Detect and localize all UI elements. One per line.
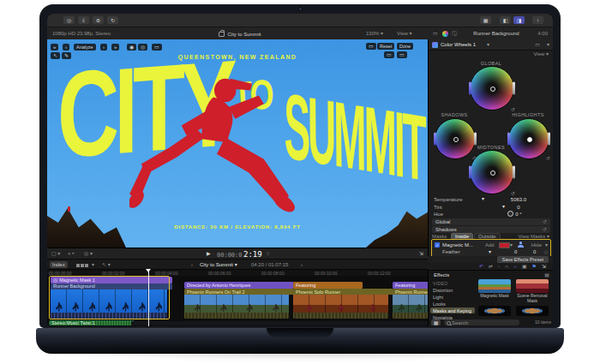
overlay-menu-button[interactable]: ▭ <box>366 43 376 50</box>
color-wheels-header[interactable]: Color Wheels 1 ▾ ▭ ▾ <box>429 39 553 51</box>
solo-icon[interactable]: ▫ <box>498 264 500 269</box>
collapsed-audio-lane[interactable] <box>131 321 428 325</box>
clip-trail3-label[interactable]: Phoenix Runners On Trail 3 <box>393 289 428 295</box>
fullscreen-icon[interactable]: ⇲ <box>542 264 546 269</box>
clip-appearance-icons[interactable] <box>76 263 89 268</box>
grid-view-icon[interactable]: ▤ <box>544 272 549 277</box>
reset-icon[interactable]: ↺ <box>543 227 547 232</box>
effects-category-masks-keying[interactable]: Masks and Keying <box>430 307 475 313</box>
settings-button[interactable]: ⚙ <box>93 16 104 24</box>
effect-thumb-scene-removal[interactable] <box>516 279 549 293</box>
compare-icon[interactable]: ▭ <box>535 42 540 47</box>
person-icon[interactable] <box>518 242 524 248</box>
wheel-puck[interactable] <box>453 137 459 142</box>
chevron-left-icon[interactable]: ‹ <box>191 262 193 267</box>
tool-menu-3[interactable]: ◎ ▾ <box>84 251 93 256</box>
effect-thumb-oval-mask[interactable] <box>478 306 511 316</box>
reset-icon[interactable]: ↺ <box>543 219 547 224</box>
color-inspector-tab[interactable] <box>442 31 448 37</box>
pointer-tool-menu[interactable]: ↖ ▾ <box>102 262 111 267</box>
wheel-brightness-handle[interactable] <box>469 166 471 179</box>
snapping-icon[interactable]: − <box>513 264 517 269</box>
clip-solo-audio[interactable] <box>293 313 388 319</box>
wheel-saturation-hand[interactable] <box>513 166 515 179</box>
effects-category-distortion[interactable]: Distortion <box>430 287 475 293</box>
clip-trail2-audio[interactable] <box>184 313 289 319</box>
background-tasks-button[interactable]: ↻ <box>107 16 118 24</box>
mask-mode-button[interactable]: ◉ <box>127 44 136 51</box>
skip-forward-button[interactable]: » <box>111 44 119 51</box>
undo-icon[interactable]: ↶ <box>479 264 483 269</box>
wheel-puck[interactable] <box>490 170 495 176</box>
clip-trail2-label[interactable]: Phoenix Runners On Trail 2 <box>184 289 294 295</box>
info-inspector-tab[interactable]: ⓘ <box>452 31 457 36</box>
viewer[interactable]: QUEENSTOWN, NEW ZEALAND CITY TO SUMMIT <box>47 39 428 248</box>
inspector-toggle-button[interactable]: ◨ <box>513 16 525 24</box>
highlights-color-wheel[interactable]: ↺ <box>508 118 549 159</box>
reset-button[interactable]: Reset <box>377 43 394 50</box>
overlay-small-button-2[interactable]: ▭ <box>397 51 407 58</box>
monitor-icon[interactable]: ▣ <box>522 264 527 269</box>
tool-menu-1[interactable]: ▢ ▾ <box>51 251 60 256</box>
feather-value[interactable]: 0 <box>514 249 517 254</box>
wheel-saturation-handle[interactable] <box>548 133 550 146</box>
wheels-view-menu[interactable]: View ▾ <box>533 51 549 57</box>
temperature-slider[interactable]: Temperature ▾ 5063.0 <box>434 196 550 203</box>
wheel-puck[interactable] <box>490 87 495 92</box>
select-tool-button[interactable]: ↖ <box>51 52 60 59</box>
timeline-toggle-button[interactable]: ◧ <box>500 16 511 24</box>
magnetic-mask-row[interactable]: ✓ Magnetic M... Add ▾ Hide ▾ Feather ▾ 0… <box>431 239 551 258</box>
effects-sidebar-toggle[interactable]: ▦ <box>431 319 441 325</box>
chevron-down-icon[interactable]: ▾ <box>547 42 549 47</box>
viewer-view-menu[interactable]: View ▾ <box>397 31 412 36</box>
timeline-project-menu[interactable]: City to Summit ▾ <box>200 262 237 267</box>
clip-solo-filmstrip[interactable] <box>293 295 388 313</box>
expand-viewer-button[interactable]: ⇲ <box>419 251 423 256</box>
keyframe-diamond-icon[interactable]: ◇ <box>543 249 548 254</box>
global-color-wheel[interactable]: ↺ <box>470 66 514 110</box>
overlay-option-button[interactable]: ▭ <box>152 44 162 51</box>
tint-slider[interactable]: Tint ▾ 0 <box>434 204 550 211</box>
capture-button[interactable]: ◎ <box>63 16 75 24</box>
hue-value[interactable]: 0 ° <box>499 212 538 217</box>
wheel-saturation-handle[interactable] <box>513 82 515 95</box>
wheel-saturation-handle[interactable] <box>474 133 477 146</box>
mask-outline-button[interactable]: ◎ <box>138 44 147 51</box>
wheel-brightness-handle[interactable] <box>434 133 436 146</box>
hue-dial[interactable]: Hue 0 ° <box>434 211 550 218</box>
mask-hide-menu[interactable]: Hide <box>531 242 542 248</box>
video-inspector-tab[interactable]: ▭ <box>433 31 438 36</box>
reset-icon[interactable]: ↺ <box>546 156 550 161</box>
clip-trail3-audio[interactable] <box>393 313 428 319</box>
draw-stroke-button[interactable]: ✎ <box>62 52 71 59</box>
clip-trail2-filmstrip[interactable] <box>184 295 289 313</box>
swap-icon[interactable]: ⇄ <box>489 264 493 269</box>
feather-value-2[interactable]: 0 <box>533 249 536 254</box>
tool-menu-2[interactable]: ⌖ ▾ <box>68 251 75 256</box>
temperature-value[interactable]: 5063.0 <box>499 197 538 202</box>
index-button[interactable]: Index <box>50 261 68 268</box>
skip-back-button[interactable]: « <box>51 44 58 51</box>
mask-color-swatch[interactable] <box>499 242 510 248</box>
wheel-brightness-handle[interactable] <box>507 133 510 146</box>
effects-search-field[interactable]: Search <box>444 319 519 325</box>
global-section-row[interactable]: Global ↺ <box>432 218 550 225</box>
viewer-zoom-menu[interactable]: 130% ▾ <box>366 31 383 36</box>
step-back-button[interactable]: ‹ <box>63 44 69 51</box>
overlay-small-button-1[interactable]: ▭ <box>384 51 394 58</box>
playhead[interactable] <box>148 269 149 326</box>
tint-value[interactable]: 0 <box>499 205 538 210</box>
audio-skimming-icon[interactable]: ∩ <box>505 264 508 269</box>
effect-thumb-magnetic-mask[interactable] <box>478 279 511 293</box>
midtones-color-wheel[interactable]: ↺ <box>470 150 514 194</box>
share-button[interactable]: ↑ <box>532 16 543 24</box>
clip-featuring-2[interactable]: Featuring <box>393 282 428 289</box>
shadows-color-wheel[interactable]: ↺ <box>435 118 476 159</box>
mask-add-label[interactable]: Add <box>485 242 495 248</box>
effects-category-looks[interactable]: Looks <box>430 301 475 307</box>
clip-music[interactable]: Stereo Music Twist 1 <box>49 320 135 326</box>
slider-marker[interactable]: ▾ <box>489 249 491 254</box>
wheel-puck[interactable] <box>527 137 532 142</box>
clip-featuring-1[interactable]: Featuring <box>293 282 363 289</box>
chevron-right-icon[interactable]: › <box>301 262 303 267</box>
